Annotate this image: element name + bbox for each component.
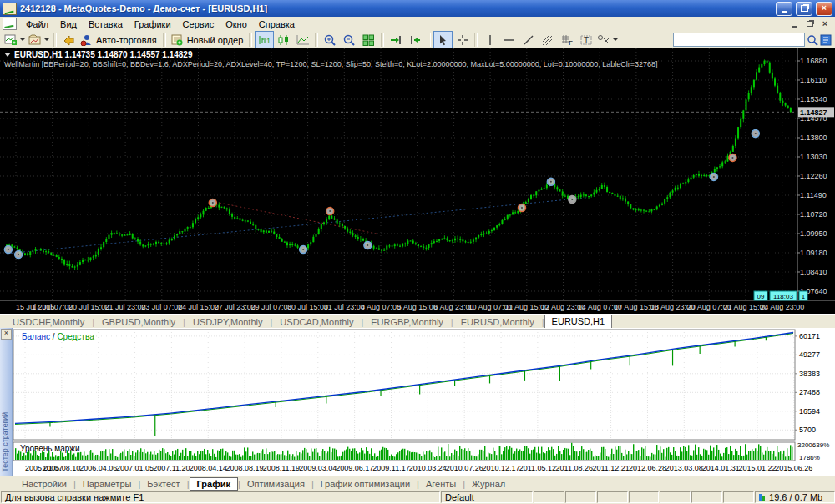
balance-chart-canvas[interactable]: 2005.01.072005.08.102006.04.062007.01.05… xyxy=(12,328,835,476)
market-watch-button[interactable] xyxy=(59,31,78,48)
ttab-параметры[interactable]: Параметры xyxy=(76,477,139,491)
candles-chart-button[interactable] xyxy=(274,31,293,48)
ttab-агенты[interactable]: Агенты xyxy=(419,477,463,491)
autoscroll-icon xyxy=(390,34,402,46)
svg-text:30 Jul 15:00: 30 Jul 15:00 xyxy=(287,303,328,311)
line-chart-button[interactable] xyxy=(293,31,312,48)
svg-text:24 Jul 15:00: 24 Jul 15:00 xyxy=(178,303,219,311)
ctab-usdjpy-monthly[interactable]: USDJPY,Monthly xyxy=(185,316,271,329)
svg-text:2014.01.31: 2014.01.31 xyxy=(702,464,740,472)
menu-файл[interactable]: Файл xyxy=(20,18,54,31)
child-window-controls: × xyxy=(788,18,835,29)
svg-text:2005.08.10: 2005.08.10 xyxy=(43,464,80,472)
periods-icon: F xyxy=(560,34,573,46)
status-help-text: Для вызова справки нажмите F1 xyxy=(1,491,440,503)
svg-text:1.08410: 1.08410 xyxy=(800,268,827,276)
search-icon[interactable] xyxy=(807,34,818,46)
svg-text:24 Aug 23:00: 24 Aug 23:00 xyxy=(760,303,804,311)
menu-окно[interactable]: Окно xyxy=(220,18,253,31)
cursor-button[interactable] xyxy=(433,31,453,48)
text-label-icon: T xyxy=(580,34,592,46)
window-title: 2412128 - MetaQuotes-Demo - Демо-счет - … xyxy=(20,3,772,13)
ctab-eurusd-monthly[interactable]: EURUSD,Monthly xyxy=(453,316,542,329)
svg-text:16594: 16594 xyxy=(799,407,820,416)
svg-text:21 Jul 23:00: 21 Jul 23:00 xyxy=(105,303,146,311)
status-cell xyxy=(629,491,660,503)
chart-shift-icon xyxy=(409,34,422,46)
zoom-out-icon xyxy=(343,34,356,46)
ttab-оптимизация[interactable]: Оптимизация xyxy=(240,477,311,491)
ctab-usdcad-monthly[interactable]: USDCAD,Monthly xyxy=(272,316,361,329)
close-button[interactable]: × xyxy=(816,2,832,16)
chart-window-icon[interactable] xyxy=(3,18,17,30)
ttab-бэктест[interactable]: Бэктест xyxy=(140,477,186,491)
autotrade-button[interactable]: Авто-торговля xyxy=(78,31,160,48)
fibonacci-icon xyxy=(541,34,554,46)
ttab-график[interactable]: График xyxy=(190,477,239,491)
fibonacci-button[interactable] xyxy=(538,31,557,48)
chart-tab-bar: USDCHF,Monthly|GBPUSD,Monthly|USDJPY,Mon… xyxy=(0,314,835,329)
connection-icon xyxy=(759,494,767,501)
metatrader-window: { "ui": { "window": { "title": "2412128 … xyxy=(0,0,835,504)
new-order-button[interactable]: Новый ордер xyxy=(169,31,247,48)
svg-text:2011.12.21: 2011.12.21 xyxy=(592,464,629,472)
arrows-shapes-button[interactable] xyxy=(595,31,620,48)
child-minimize-button[interactable] xyxy=(788,18,802,29)
child-close-button[interactable]: × xyxy=(818,18,832,29)
svg-text:2009.06.17: 2009.06.17 xyxy=(336,464,373,472)
restore-button[interactable] xyxy=(796,2,812,16)
svg-text:2010.07.26: 2010.07.26 xyxy=(446,464,483,472)
status-cell xyxy=(660,491,691,503)
svg-text:2009.11.17: 2009.11.17 xyxy=(372,464,409,472)
svg-text:1.12260: 1.12260 xyxy=(800,172,827,180)
menu-вставка[interactable]: Вставка xyxy=(83,18,129,31)
line-chart-icon xyxy=(296,34,310,46)
menu-вид[interactable]: Вид xyxy=(54,18,83,31)
menu-сервис[interactable]: Сервис xyxy=(177,18,220,31)
zoom-in-button[interactable] xyxy=(321,31,340,48)
svg-text:1.13030: 1.13030 xyxy=(800,153,827,161)
trendline-button[interactable] xyxy=(519,31,538,48)
ttab-график-оптимизации[interactable]: График оптимизации xyxy=(314,477,417,491)
search-input[interactable] xyxy=(673,33,805,47)
bars-chart-button[interactable]: 1 xyxy=(255,31,274,48)
ctab-eurusd-h1[interactable]: EURUSD,H1 xyxy=(544,315,613,329)
toolbar-separator xyxy=(249,33,252,47)
tester-close-icon[interactable]: × xyxy=(1,329,12,340)
app-icon xyxy=(3,3,17,15)
svg-text:5700: 5700 xyxy=(799,426,816,434)
profiles-button[interactable] xyxy=(27,31,51,48)
periods-button[interactable]: F xyxy=(557,31,576,48)
vertical-line-button[interactable] xyxy=(480,31,499,48)
ctab-eurgbp-monthly[interactable]: EURGBP,Monthly xyxy=(363,316,451,329)
candlestick-chart-canvas[interactable]: 15 Jul 201517 Jul 07:0020 Jul 15:0021 Ju… xyxy=(0,48,835,314)
zoom-out-button[interactable] xyxy=(340,31,359,48)
svg-text:1: 1 xyxy=(266,37,271,45)
ctab-gbpusd-monthly[interactable]: GBPUSD,Monthly xyxy=(94,316,183,329)
svg-text:09: 09 xyxy=(757,293,765,300)
toolbar-separator xyxy=(474,33,478,47)
svg-text:1.15340: 1.15340 xyxy=(800,95,827,103)
svg-text:31 Jul 23:00: 31 Jul 23:00 xyxy=(324,303,365,311)
chart-shift-button[interactable] xyxy=(406,31,425,48)
autoscroll-button[interactable] xyxy=(387,31,406,48)
arrows-shapes-dropdown-icon xyxy=(613,38,618,41)
ttab-настройки[interactable]: Настройки xyxy=(15,477,73,491)
crosshair-button[interactable] xyxy=(453,31,472,48)
text-label-button[interactable]: T xyxy=(576,31,595,48)
tester-side-strip: × Тестер стратегий xyxy=(0,328,13,476)
child-restore-button[interactable] xyxy=(803,18,817,29)
svg-text:2015.01.22: 2015.01.22 xyxy=(738,464,776,472)
toolbar-separator xyxy=(163,33,166,47)
horizontal-line-button[interactable] xyxy=(499,31,519,48)
status-profile[interactable]: Default xyxy=(441,491,533,503)
toolbar-separator xyxy=(53,33,57,47)
community-icon[interactable] xyxy=(820,34,832,46)
tile-windows-button[interactable] xyxy=(359,31,378,48)
ttab-журнал[interactable]: Журнал xyxy=(465,477,512,491)
minimize-button[interactable] xyxy=(776,2,792,16)
menu-справка[interactable]: Справка xyxy=(253,18,301,31)
menu-графики[interactable]: Графики xyxy=(129,18,177,31)
new-chart-button[interactable] xyxy=(3,31,27,48)
ctab-usdchf-monthly[interactable]: USDCHF,Monthly xyxy=(5,316,92,329)
